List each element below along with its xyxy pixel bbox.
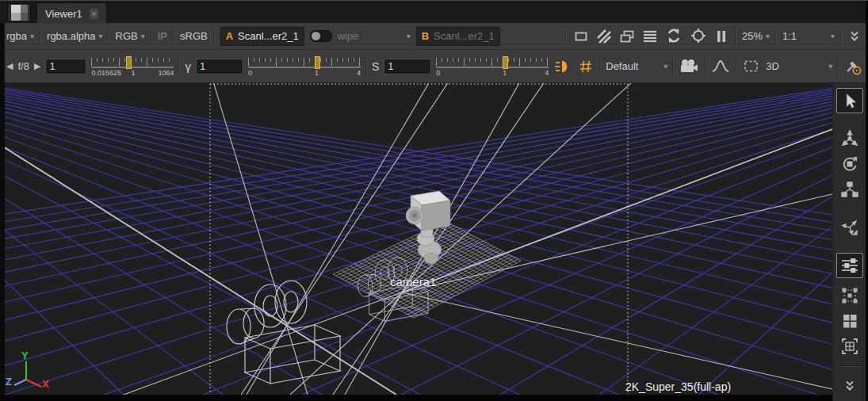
input-process-button[interactable]: IP [158, 30, 167, 42]
free-transform-icon[interactable] [836, 215, 863, 240]
separator [837, 59, 839, 74]
collapse-chevrons-icon[interactable] [847, 29, 862, 44]
saturation-input[interactable] [384, 59, 431, 74]
solid-camera-model[interactable] [406, 191, 450, 264]
refresh-icon[interactable] [664, 27, 683, 46]
stereo-view-dropdown[interactable]: Default ▾ [606, 60, 667, 72]
axis-z-label: Z [6, 376, 12, 388]
tab-viewer1[interactable]: Viewer1 × [36, 2, 107, 24]
slider-ruler [436, 58, 549, 68]
separator [365, 59, 367, 74]
dropdown-arrow-icon: ▾ [141, 32, 145, 40]
rect-overlay-icon[interactable] [572, 28, 590, 45]
saturation-symbol: S [372, 60, 379, 73]
zoom-level-dropdown[interactable]: 25% ▾ [742, 30, 770, 42]
separator [736, 59, 737, 74]
display-channels-dropdown[interactable]: RGB ▾ [116, 30, 145, 42]
viewer-toolbar-top: rgba ▾ rgba.alpha ▾ RGB ▾ IP sRGB A Scan… [0, 23, 868, 50]
dropdown-arrow-icon: ▾ [663, 62, 667, 71]
close-icon[interactable]: × [90, 9, 99, 19]
axis-x-label: X [42, 378, 49, 390]
tab-title: Viewer1 [45, 8, 82, 20]
separator [565, 29, 567, 44]
quad-view-icon[interactable] [836, 308, 863, 334]
collapse-chevrons-icon[interactable] [836, 373, 863, 399]
b-input-field[interactable]: B Scanl...er2_1 [416, 27, 500, 46]
rotate-tool-icon[interactable] [836, 151, 863, 177]
viewer-side-toolbar [832, 83, 866, 401]
separator [840, 29, 842, 44]
saturation-slider[interactable]: 0 1 4 [436, 54, 549, 79]
axis-y-label: Y [21, 349, 29, 361]
wipe-dropdown[interactable]: wipe ▾ [338, 30, 411, 42]
viewer-toolbar-bottom: ◀ f/8 ▶ 0.015625 1 1064 γ 0 1 4 S 0 1 [0, 50, 868, 83]
camera-label: camera1 [390, 275, 436, 288]
axis-widget: Y X Z [6, 349, 49, 390]
gamma-input[interactable] [196, 59, 243, 74]
dropdown-arrow-icon: ▾ [99, 32, 103, 40]
window-edge [0, 395, 832, 401]
separator [599, 59, 601, 74]
a-input-field[interactable]: A Scanl...er2_1 [220, 27, 304, 46]
colorspace-button[interactable]: sRGB [180, 30, 208, 42]
stripes-icon[interactable] [595, 28, 613, 45]
tab-bar: Viewer1 × [0, 1, 868, 23]
slider-handle[interactable] [503, 56, 508, 69]
scanlines-icon[interactable] [641, 28, 659, 45]
a-buffer-label: A [226, 30, 233, 42]
pause-icon[interactable] [713, 29, 729, 44]
headlight-icon[interactable] [553, 58, 572, 75]
slider-handle[interactable] [126, 56, 132, 69]
separator [775, 29, 777, 44]
transform-handles-icon[interactable] [836, 283, 863, 308]
viewer-window: Viewer1 × rgba ▾ rgba.alpha ▾ RGB ▾ IP s… [0, 0, 868, 401]
gain-slider[interactable]: 0.015625 1 1064 [91, 54, 174, 79]
separator [109, 29, 110, 44]
dropdown-arrow-icon: ▾ [766, 32, 770, 40]
pane-layout-icon[interactable] [7, 3, 31, 22]
view-dimension-dropdown[interactable]: 3D ▾ [766, 60, 832, 72]
dropdown-arrow-icon: ▾ [30, 32, 34, 40]
slider-ruler [91, 58, 174, 68]
b-buffer-label: B [422, 30, 429, 42]
marquee-icon[interactable] [742, 58, 761, 75]
slider-handle[interactable] [315, 56, 320, 69]
grid-snap-icon[interactable] [577, 58, 595, 75]
separator [735, 29, 736, 44]
cursor-tool-icon[interactable] [836, 88, 863, 113]
window-edge [0, 23, 5, 401]
gain-input[interactable] [45, 59, 86, 74]
frame-view-icon[interactable] [836, 334, 863, 359]
proxy-dropdown[interactable]: 1:1 ▾ [782, 30, 835, 42]
scene-graph-icon[interactable] [836, 177, 863, 202]
eyedropper-icon[interactable] [843, 57, 864, 76]
curve-icon[interactable] [710, 58, 731, 75]
next-arrow-icon[interactable]: ▶ [34, 61, 40, 71]
separator [151, 29, 152, 44]
camera-icon[interactable] [679, 57, 699, 76]
layer-dropdown[interactable]: rgba ▾ [6, 30, 34, 42]
separator [40, 29, 41, 44]
format-label: 2K_Super_35(full-ap) [625, 380, 731, 393]
separator [173, 29, 174, 44]
translate-tool-icon[interactable] [836, 126, 863, 151]
dropdown-arrow-icon: ▾ [828, 62, 832, 71]
separator [213, 29, 215, 44]
toggle-knob-icon [312, 32, 320, 40]
separator [178, 59, 180, 74]
prev-arrow-icon[interactable]: ◀ [6, 61, 13, 71]
dropdown-arrow-icon: ▾ [831, 32, 835, 40]
slider-ruler [248, 58, 361, 68]
wipe-toggle[interactable] [310, 30, 332, 42]
dropdown-arrow-icon: ▾ [407, 32, 411, 40]
divider [838, 365, 862, 367]
fstop-label[interactable]: f/8 [17, 60, 29, 72]
crosshair-icon[interactable] [689, 27, 708, 46]
alpha-layer-dropdown[interactable]: rgba.alpha ▾ [47, 30, 102, 42]
overlapping-windows-icon[interactable] [618, 28, 636, 45]
viewport-3d[interactable]: 01 [5, 83, 832, 395]
sliders-icon[interactable] [836, 253, 863, 278]
separator [704, 59, 705, 74]
gamma-symbol: γ [185, 59, 191, 73]
gamma-slider[interactable]: 0 1 4 [248, 54, 361, 79]
